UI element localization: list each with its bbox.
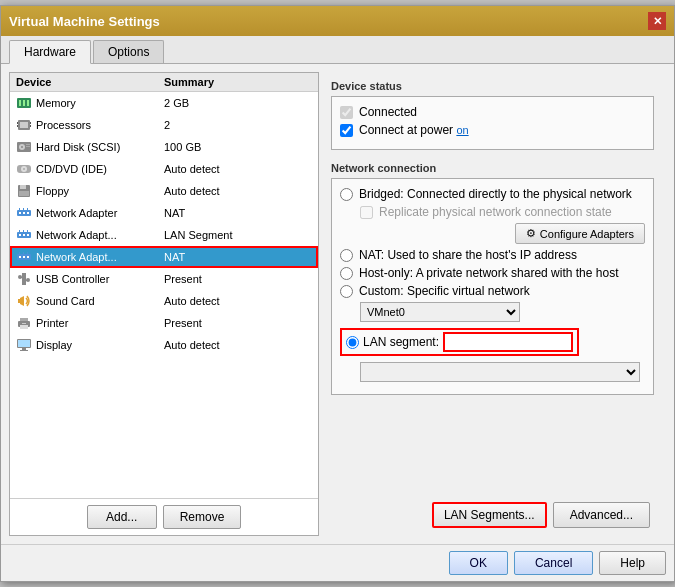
table-row[interactable]: FloppyAuto detect [10,180,318,202]
nat-radio[interactable] [340,249,353,262]
vmnet-row: VMnet0 [360,302,645,322]
device-icon [16,250,32,264]
table-row[interactable]: DisplayAuto detect [10,334,318,356]
device-name: Display [16,338,164,352]
col-device: Device [16,76,164,88]
footer: OK Cancel Help [1,544,674,581]
main-window: Virtual Machine Settings ✕ Hardware Opti… [0,5,675,582]
table-row[interactable]: Network AdapterNAT [10,202,318,224]
device-name: CD/DVD (IDE) [16,162,164,176]
svg-rect-52 [22,323,26,324]
device-panel: Device Summary Memory2 GBProcessors2Hard… [9,72,319,536]
device-summary: 2 GB [164,97,312,109]
device-name: Network Adapt... [16,250,164,264]
lan-segments-button[interactable]: LAN Segments... [432,502,547,528]
bridged-row: Bridged: Connected directly to the physi… [340,187,645,201]
svg-rect-14 [26,146,30,147]
device-table-header: Device Summary [10,73,318,92]
custom-label: Custom: Specific virtual network [359,284,530,298]
table-row[interactable]: Network Adapt...LAN Segment [10,224,318,246]
main-content: Device Summary Memory2 GBProcessors2Hard… [1,64,674,544]
tab-options[interactable]: Options [93,40,164,63]
window-title: Virtual Machine Settings [9,14,160,29]
close-button[interactable]: ✕ [648,12,666,30]
ok-button[interactable]: OK [449,551,508,575]
svg-rect-13 [26,144,30,145]
col-summary: Summary [164,76,312,88]
configure-btn-row: ⚙ Configure Adapters [340,223,645,244]
svg-rect-31 [27,234,29,236]
device-name-text: Network Adapt... [36,251,117,263]
custom-radio[interactable] [340,285,353,298]
svg-rect-23 [23,212,25,214]
table-row[interactable]: CD/DVD (IDE)Auto detect [10,158,318,180]
network-connection-section: Network connection Bridged: Connected di… [331,162,654,401]
svg-rect-25 [19,208,20,210]
vmnet-select[interactable]: VMnet0 [360,302,520,322]
table-row[interactable]: Memory2 GB [10,92,318,114]
device-summary: Present [164,317,312,329]
right-panel: Device status Connected Connect at power… [319,72,666,536]
device-icon [16,272,32,286]
remove-button[interactable]: Remove [163,505,242,529]
device-icon [16,118,32,132]
svg-rect-33 [23,230,24,232]
svg-rect-22 [19,212,21,214]
svg-rect-46 [24,280,28,281]
replicate-checkbox[interactable] [360,206,373,219]
svg-rect-34 [27,230,28,232]
tab-hardware[interactable]: Hardware [9,40,91,64]
device-summary: 100 GB [164,141,312,153]
connected-checkbox[interactable] [340,106,353,119]
table-row[interactable]: Network Adapt...NAT [10,246,318,268]
svg-marker-47 [20,296,24,306]
bridged-label: Bridged: Connected directly to the physi… [359,187,632,201]
table-row[interactable]: USB ControllerPresent [10,268,318,290]
configure-adapters-button[interactable]: ⚙ Configure Adapters [515,223,645,244]
svg-rect-19 [20,185,26,189]
hostonly-radio[interactable] [340,267,353,280]
device-name-text: Sound Card [36,295,95,307]
svg-rect-1 [19,100,21,106]
connect-power-link[interactable]: on [456,124,468,136]
svg-rect-55 [22,348,26,350]
device-name: Processors [16,118,164,132]
connect-power-checkbox[interactable] [340,124,353,137]
device-name-text: CD/DVD (IDE) [36,163,107,175]
svg-rect-2 [23,100,25,106]
svg-rect-27 [27,208,28,210]
device-name: Printer [16,316,164,330]
svg-rect-29 [19,234,21,236]
device-summary: Auto detect [164,163,312,175]
device-name-text: Display [36,339,72,351]
network-connection-box: Bridged: Connected directly to the physi… [331,178,654,395]
device-name: USB Controller [16,272,164,286]
device-icon [16,228,32,242]
lan-segment-row: LAN segment: [340,328,579,356]
bridged-radio[interactable] [340,188,353,201]
table-row[interactable]: Sound CardAuto detect [10,290,318,312]
advanced-button[interactable]: Advanced... [553,502,650,528]
device-icon [16,206,32,220]
svg-point-17 [23,168,25,170]
svg-rect-45 [20,277,24,278]
help-button[interactable]: Help [599,551,666,575]
lan-dropdown-select[interactable] [360,362,640,382]
svg-rect-38 [27,256,29,258]
device-name: Floppy [16,184,164,198]
device-name-text: Network Adapt... [36,229,117,241]
hostonly-label: Host-only: A private network shared with… [359,266,618,280]
lan-segment-input[interactable] [443,332,573,352]
lan-dropdown-row [360,362,645,382]
cancel-button[interactable]: Cancel [514,551,593,575]
svg-rect-7 [17,125,18,127]
device-icon [16,140,32,154]
lan-segment-radio[interactable] [346,336,359,349]
table-row[interactable]: PrinterPresent [10,312,318,334]
add-button[interactable]: Add... [87,505,157,529]
device-summary: Auto detect [164,339,312,351]
svg-rect-48 [18,299,20,303]
device-summary: NAT [164,207,312,219]
table-row[interactable]: Hard Disk (SCSI)100 GB [10,136,318,158]
table-row[interactable]: Processors2 [10,114,318,136]
